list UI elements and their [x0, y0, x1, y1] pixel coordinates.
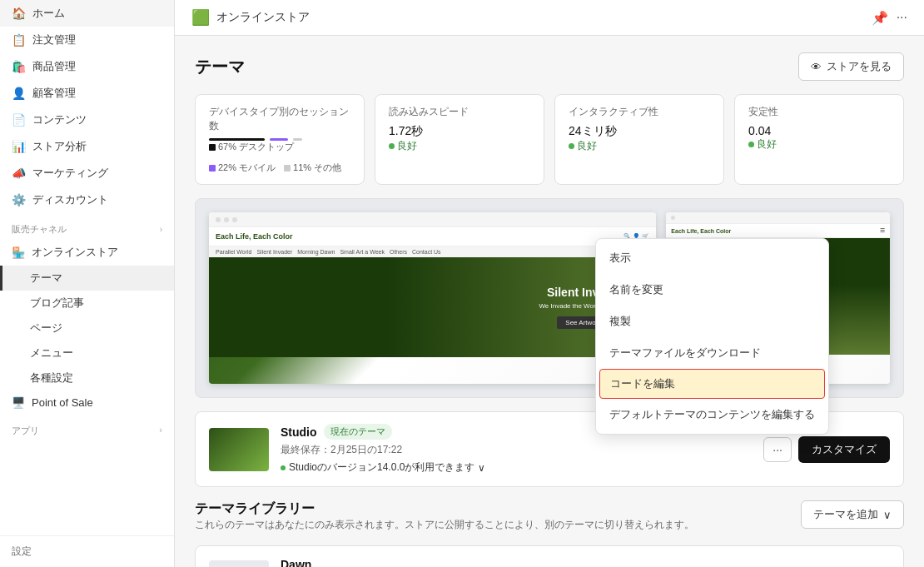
dawn-theme-card: Dawn 最終保存：10月19日の23:26 Dawnのバージョン14.0.0が… — [195, 545, 904, 567]
dropdown-duplicate[interactable]: 複製 — [596, 306, 828, 337]
chevron-add-icon: ∨ — [883, 509, 892, 521]
sidebar: 🏠 ホーム 📋 注文管理 🛍️ 商品管理 👤 顧客管理 📄 コンテンツ 📊 スト… — [0, 0, 175, 567]
eye-icon: 👁 — [811, 61, 822, 73]
marketing-icon: 📣 — [12, 167, 26, 180]
dropdown-rename[interactable]: 名前を変更 — [596, 274, 828, 306]
theme-thumbnail — [209, 428, 269, 471]
chevron-version-icon: ∨ — [478, 462, 485, 474]
theme-library-section: テーマライブラリー これらのテーマはあなたにのみ表示されます。ストアに公開するこ… — [195, 500, 904, 567]
preview-dot-3 — [232, 217, 237, 222]
topbar-actions: 📌 ··· — [872, 10, 907, 26]
section-apps: アプリ › — [0, 415, 174, 440]
good-dot-2-icon — [569, 143, 574, 149]
theme-library-header: テーマライブラリー これらのテーマはあなたにのみ表示されます。ストアに公開するこ… — [195, 500, 904, 542]
orders-icon: 📋 — [12, 33, 26, 47]
home-icon: 🏠 — [12, 7, 26, 20]
sidebar-item-customers[interactable]: 👤 顧客管理 — [0, 80, 174, 107]
mobile-dot — [671, 216, 675, 220]
metric-load-speed: 読み込みスピード 1.72秒 良好 — [375, 94, 544, 185]
page-title: テーマ — [195, 56, 245, 78]
sidebar-item-blog[interactable]: ブログ記事 — [0, 291, 174, 316]
stability-status: 良好 — [748, 137, 777, 152]
dropdown-download[interactable]: テーマファイルをダウンロード — [596, 337, 828, 369]
sidebar-item-themes[interactable]: テーマ — [0, 266, 174, 291]
products-icon: 🛍️ — [12, 60, 26, 73]
apps-chevron-icon: › — [159, 425, 162, 437]
good-dot-icon — [389, 143, 395, 149]
topbar-title: オンラインストア — [216, 10, 310, 25]
theme-last-saved: 最終保存：2月25日の17:22 — [281, 443, 752, 457]
dropdown-edit-default[interactable]: デフォルトテーマのコンテンツを編集する — [596, 399, 828, 430]
analytics-icon: 📊 — [12, 140, 26, 153]
other-bar — [293, 138, 302, 141]
theme-area: Each Life, Each Color 🔍 👤 🛒 Parallel Wor… — [195, 198, 904, 487]
dropdown-view[interactable]: 表示 — [596, 242, 828, 274]
sidebar-item-pages[interactable]: ページ — [0, 316, 174, 341]
library-title: テーマライブラリー — [195, 500, 694, 518]
dropdown-edit-code[interactable]: コードを編集 — [599, 369, 825, 399]
sidebar-bottom-settings[interactable]: 設定 — [0, 535, 174, 567]
sidebar-item-discounts[interactable]: ⚙️ ディスカウント — [0, 187, 174, 213]
metric-stability: 安定性 0.04 良好 — [734, 94, 904, 185]
add-theme-button[interactable]: テーマを追加 ∨ — [801, 500, 904, 529]
desktop-label: 67% デスクトップ — [209, 141, 294, 153]
current-theme-badge: 現在のテーマ — [324, 424, 392, 440]
library-desc: これらのテーマはあなたにのみ表示されます。ストアに公開することにより、別のテーマ… — [195, 518, 694, 532]
topbar: 🟩 オンラインストア 📌 ··· — [175, 0, 924, 36]
preview-brand: Each Life, Each Color — [216, 232, 293, 241]
theme-version[interactable]: Studioのバージョン14.0.0が利用できます ∨ — [281, 460, 752, 475]
content-area: テーマ 👁 ストアを見る デバイスタイプ別のセッション数 67% デスクトップ … — [175, 36, 924, 567]
theme-customize-button[interactable]: カスタマイズ — [798, 436, 890, 463]
sidebar-item-marketing[interactable]: 📣 マーケティング — [0, 160, 174, 187]
dawn-thumbnail — [209, 560, 269, 567]
pin-icon[interactable]: 📌 — [872, 10, 888, 26]
sidebar-item-analytics[interactable]: 📊 ストア分析 — [0, 133, 174, 160]
sidebar-item-products[interactable]: 🛍️ 商品管理 — [0, 53, 174, 80]
mobile-label: 22% モバイル — [209, 162, 276, 174]
load-speed-status: 良好 — [389, 139, 417, 153]
sidebar-item-settings[interactable]: 各種設定 — [0, 366, 174, 390]
main-content: 🟩 オンラインストア 📌 ··· テーマ 👁 ストアを見る デバイスタイプ別のセ… — [175, 0, 924, 567]
chevron-icon: › — [160, 225, 162, 234]
store-topbar-icon: 🟩 — [191, 8, 210, 27]
interactive-status: 良好 — [569, 139, 597, 153]
dawn-name: Dawn — [281, 558, 787, 567]
preview-dot-2 — [224, 217, 229, 222]
page-header: テーマ 👁 ストアを見る — [195, 52, 904, 81]
good-dot-3-icon — [748, 142, 754, 147]
sidebar-item-menu[interactable]: メニュー — [0, 341, 174, 366]
store-icon: 🏪 — [12, 246, 25, 259]
theme-actions: ··· カスタマイズ — [763, 436, 890, 463]
sidebar-item-content[interactable]: 📄 コンテンツ — [0, 107, 174, 133]
desktop-preview: Each Life, Each Color 🔍 👤 🛒 Parallel Wor… — [209, 212, 656, 384]
content-icon: 📄 — [12, 113, 26, 127]
section-sales-channels: 販売チャネル › — [0, 213, 174, 239]
topbar-more-icon[interactable]: ··· — [897, 10, 907, 25]
metric-interactive: インタラクティブ性 24ミリ秒 良好 — [554, 94, 724, 185]
pos-icon: 🖥️ — [12, 396, 25, 409]
preview-dot-1 — [216, 217, 221, 222]
dawn-info: Dawn 最終保存：10月19日の23:26 Dawnのバージョン14.0.0が… — [281, 558, 787, 567]
view-store-button[interactable]: 👁 ストアを見る — [798, 52, 904, 81]
customers-icon: 👤 — [12, 87, 26, 100]
sidebar-item-online-store[interactable]: 🏪 オンラインストア — [0, 239, 174, 266]
version-dot-icon — [281, 465, 286, 470]
theme-dropdown-menu: 表示 名前を変更 複製 テーマファイルをダウンロード コードを編集 デフォルトテ… — [595, 238, 829, 435]
other-label: 11% その他 — [284, 162, 341, 174]
sidebar-item-pos[interactable]: 🖥️ Point of Sale — [0, 390, 174, 415]
discounts-icon: ⚙️ — [12, 193, 26, 206]
theme-more-button[interactable]: ··· — [763, 437, 792, 462]
sidebar-item-home[interactable]: 🏠 ホーム — [0, 0, 174, 27]
metrics-bar: デバイスタイプ別のセッション数 67% デスクトップ 22% モバイル 11% … — [195, 94, 904, 185]
metric-sessions: デバイスタイプ別のセッション数 67% デスクトップ 22% モバイル 11% … — [195, 94, 365, 185]
sidebar-item-orders[interactable]: 📋 注文管理 — [0, 27, 174, 53]
theme-name: Studio — [281, 425, 317, 439]
